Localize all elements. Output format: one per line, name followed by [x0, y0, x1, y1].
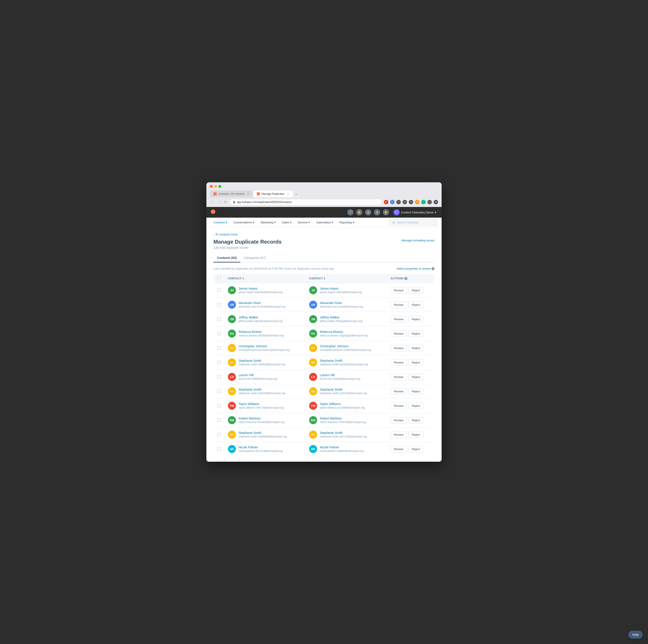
row-checkbox-6[interactable] — [217, 375, 221, 379]
nav-contacts[interactable]: Contacts ▾ — [211, 219, 230, 226]
url-bar[interactable]: app.hubspot.com/duplicates/4650053/conta… — [229, 199, 382, 205]
row-checkbox-7[interactable] — [217, 390, 221, 393]
nav-automation[interactable]: Automation ▾ — [313, 219, 336, 226]
apps-icon[interactable]: ⊞ — [365, 209, 371, 215]
contact1-name-1[interactable]: Alexander Rose — [238, 301, 285, 305]
contact2-name-10[interactable]: Stephanie Smith — [320, 431, 367, 435]
review-button-5[interactable]: Review — [390, 359, 407, 366]
contact2-name-0[interactable]: James Hayes — [320, 287, 362, 290]
contact1-name-9[interactable]: Robert Martinez — [238, 416, 284, 420]
contact2-name-9[interactable]: Robert Martinez — [320, 416, 366, 420]
review-button-11[interactable]: Review — [390, 446, 407, 452]
review-button-4[interactable]: Review — [390, 345, 407, 351]
contact1-name-8[interactable]: Taylor Williams — [238, 402, 284, 406]
reject-button-10[interactable]: Reject — [409, 432, 423, 438]
back-button[interactable]: ← — [210, 199, 215, 205]
contact2-name-4[interactable]: Christopher Johnson — [320, 344, 371, 348]
review-button-8[interactable]: Review — [390, 403, 407, 409]
tab-close-manage[interactable]: ✕ — [287, 193, 289, 195]
notifications-icon[interactable]: 🔔 — [356, 209, 362, 215]
reject-button-4[interactable]: Reject — [409, 345, 423, 351]
contact1-name-6[interactable]: Lauren Hill — [238, 373, 277, 377]
review-button-0[interactable]: Review — [390, 287, 407, 294]
row-checkbox-8[interactable] — [217, 404, 221, 407]
contact1-name-7[interactable]: Stephanie Smith — [238, 388, 285, 391]
tab-contacts[interactable]: Contacts (83) — [214, 254, 240, 262]
row-checkbox-5[interactable] — [217, 361, 221, 364]
row-checkbox-0[interactable] — [217, 289, 221, 292]
search-input[interactable] — [397, 221, 434, 224]
manage-formatting-link[interactable]: Manage formatting issues — [401, 239, 434, 242]
help-button[interactable]: Help — [628, 631, 643, 639]
select-all-checkbox[interactable] — [217, 277, 221, 280]
row-checkbox-1[interactable] — [217, 303, 221, 306]
reject-button-8[interactable]: Reject — [409, 403, 423, 409]
review-button-7[interactable]: Review — [390, 388, 407, 395]
review-button-3[interactable]: Review — [390, 331, 407, 337]
tab-companies[interactable]: Companies (47) — [240, 254, 270, 262]
contact2-name-11[interactable]: Nicole Palmer — [320, 445, 364, 449]
contact2-name-7[interactable]: Stephanie Smith — [320, 388, 367, 391]
contact2-name-1[interactable]: Alexander Rose — [320, 301, 363, 305]
reject-button-3[interactable]: Reject — [409, 331, 423, 337]
tab-close-contacts[interactable]: ✕ — [247, 193, 249, 195]
reject-button-9[interactable]: Reject — [409, 417, 423, 424]
forward-button[interactable]: → — [217, 199, 221, 205]
new-tab-button[interactable]: + — [293, 191, 300, 197]
row-checkbox-10[interactable] — [217, 433, 221, 436]
row-checkbox-4[interactable] — [217, 346, 221, 350]
review-button-1[interactable]: Review — [390, 302, 407, 308]
review-button-10[interactable]: Review — [390, 432, 407, 438]
row-checkbox-2[interactable] — [217, 317, 221, 321]
contact1-name-0[interactable]: James Hayes — [238, 287, 282, 290]
contact1-name-3[interactable]: Rebecca Alvarez — [238, 330, 284, 334]
reject-button-1[interactable]: Reject — [409, 302, 423, 308]
alerts-icon[interactable]: 🔔 — [383, 209, 389, 215]
nav-reporting[interactable]: Reporting ▾ — [337, 219, 357, 226]
maximize-button[interactable] — [218, 185, 221, 188]
reject-button-11[interactable]: Reject — [409, 446, 423, 452]
tab-manage-duplicates[interactable]: Manage Duplicates ✕ — [253, 191, 293, 197]
contact1-name-10[interactable]: Stephanie Smith — [238, 431, 287, 435]
breadcrumb[interactable]: ‹ To contacts home — [214, 233, 434, 236]
account-button[interactable]: CC Content Chemistry Demo ▾ — [392, 208, 438, 216]
contact1-name-5[interactable]: Stephanie Smith — [238, 359, 285, 362]
actions-info-icon[interactable]: ℹ — [404, 277, 408, 280]
browser-window: Contacts | All contacts ✕ Manage Duplica… — [206, 182, 442, 462]
review-button-6[interactable]: Review — [390, 374, 407, 380]
settings-icon[interactable]: ⚙ — [374, 209, 380, 215]
row-checkbox-9[interactable] — [217, 418, 221, 422]
hubspot-logo[interactable] — [210, 208, 216, 216]
minimize-button[interactable] — [214, 185, 217, 188]
nav-service[interactable]: Service ▾ — [295, 219, 313, 226]
nav-marketing[interactable]: Marketing ▾ — [258, 219, 278, 226]
contact2-name-8[interactable]: Taylor Williams — [320, 402, 365, 406]
contact2-name-2[interactable]: Jeffrey Walker — [320, 315, 362, 319]
review-button-2[interactable]: Review — [390, 316, 407, 323]
help-icon[interactable]: ? — [347, 209, 354, 215]
close-button[interactable] — [210, 185, 213, 188]
tab-contacts[interactable]: Contacts | All contacts ✕ — [210, 191, 253, 197]
reject-button-2[interactable]: Reject — [409, 316, 423, 323]
select-properties-button[interactable]: Select properties to review ℹ — [396, 267, 434, 270]
refresh-button[interactable]: ↻ — [223, 199, 228, 205]
search-bar[interactable] — [389, 219, 437, 226]
reject-button-0[interactable]: Reject — [409, 287, 423, 294]
contact2-name-6[interactable]: Lauren Hill — [320, 373, 360, 377]
reject-button-5[interactable]: Reject — [409, 359, 423, 366]
info-icon[interactable]: ℹ — [431, 267, 434, 270]
reject-button-6[interactable]: Reject — [409, 374, 423, 380]
row-checkbox-3[interactable] — [217, 332, 221, 335]
review-button-9[interactable]: Review — [390, 417, 407, 424]
contact2-name-5[interactable]: Stephanie Smith — [320, 359, 368, 362]
row-checkbox-11[interactable] — [217, 447, 221, 451]
tab-contacts-label: Contacts (83) — [217, 256, 237, 260]
contact1-name-4[interactable]: Christopher Johnson — [238, 344, 289, 348]
reject-button-7[interactable]: Reject — [409, 388, 423, 395]
contact1-name-11[interactable]: Nicole Palmer — [238, 445, 283, 449]
row-checkbox-cell — [214, 327, 225, 341]
nav-sales[interactable]: Sales ▾ — [279, 219, 294, 226]
nav-conversations[interactable]: Conversations ▾ — [231, 219, 257, 226]
contact1-name-2[interactable]: Jeffrey Walker — [238, 315, 283, 319]
contact2-name-3[interactable]: Rebecca Alvarez — [320, 330, 368, 334]
